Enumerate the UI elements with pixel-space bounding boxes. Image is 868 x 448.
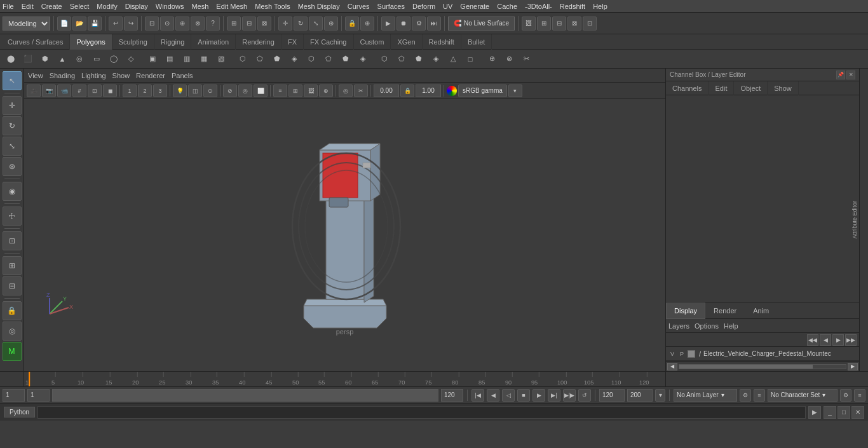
tab-curves-surfaces[interactable]: Curves / Surfaces [1,34,70,50]
vp-camera2-btn[interactable]: 📷 [42,85,56,97]
dra-tab-render[interactable]: Render [705,302,745,319]
vp-hotbox-btn[interactable]: ◎ [339,85,353,97]
rotate-tool-btn[interactable]: ↻ [3,116,22,135]
help-menu-item[interactable]: Help [724,322,738,330]
render-hist2-btn[interactable]: ⊞ [537,17,551,31]
minimize-btn[interactable]: _ [824,406,836,419]
vp-img-plane-btn[interactable]: 🖼 [304,85,318,97]
char-set-btn1[interactable]: ⚙ [840,389,851,402]
cb-tab-object[interactable]: Object [734,81,768,95]
play-fwd-btn[interactable]: ▶ [532,389,545,402]
menu-display[interactable]: Display [125,3,148,10]
dra-tab-anim[interactable]: Anim [745,302,777,319]
current-frame-field[interactable]: 1 [3,389,25,402]
play-back-btn[interactable]: ◁ [502,389,515,402]
prev-frame-btn[interactable]: ◀ [487,389,499,402]
vp-grid2-btn[interactable]: ⊞ [288,85,302,97]
snap-curve-btn[interactable]: ⊟ [242,17,256,31]
snap-point-btn[interactable]: ⊠ [257,17,271,31]
menu-select[interactable]: Select [70,3,90,10]
colorspace-select[interactable]: sRGB gamma [458,85,507,97]
universal-btn[interactable]: ⊛ [324,17,338,31]
cb-tab-show[interactable]: Show [768,81,799,95]
multi-btn[interactable]: ▧ [213,51,229,67]
max-frame-field[interactable]: 120 [599,389,625,402]
triangulate-btn[interactable]: △ [445,51,461,67]
cb-tab-channels[interactable]: Channels [666,81,709,95]
snap-grid-btn[interactable]: ⊞ [227,17,241,31]
render-hist4-btn[interactable]: ⊠ [567,17,581,31]
tab-animation[interactable]: Animation [191,34,236,50]
cone-btn[interactable]: ▲ [54,51,71,67]
fill-hole-btn[interactable]: ⬟ [269,51,285,67]
move-tool-btn[interactable]: ✛ [3,96,22,115]
connect-btn[interactable]: ⊗ [501,51,517,67]
lock-view-btn[interactable]: 🔒 [3,301,22,320]
bridge-btn[interactable]: ⬠ [252,51,268,67]
anim-layer-dropdown[interactable]: No Anim Layer ▾ [674,389,737,402]
menu-modify[interactable]: Modify [97,3,117,10]
go-start-btn[interactable]: |◀ [471,389,484,402]
range-start-field[interactable]: 1 [27,389,50,402]
face-btn[interactable]: ▣ [144,51,161,67]
snap-view-btn[interactable]: ◎ [3,322,22,341]
scroll-track[interactable] [679,364,846,369]
char-set-btn2[interactable]: ≡ [854,389,865,402]
menu-create[interactable]: Create [41,3,62,10]
layer-p-indicator[interactable]: P [679,351,685,357]
show-manip-btn[interactable]: ☩ [3,207,22,226]
menu-surfaces[interactable]: Surfaces [377,3,405,10]
vp-smooth2-btn[interactable]: 2 [138,85,152,97]
scene-area[interactable]: Y X Z persp [24,99,665,341]
anim-layer-btn2[interactable]: ≡ [754,389,765,402]
vp-menu-shading[interactable]: Shading [50,72,75,79]
vp-menu-view[interactable]: View [28,72,43,79]
close-btn[interactable]: ✕ [851,406,864,419]
menu-mesh[interactable]: Mesh [191,3,208,10]
cut-btn[interactable]: ✂ [518,51,534,67]
quick-layout-btn2[interactable]: ⊟ [3,276,22,295]
mirror-btn[interactable]: ⬡ [376,51,393,67]
open-scene-btn[interactable]: 📂 [72,17,86,31]
select-tool-btn[interactable]: ↖ [3,71,22,90]
rect-select-btn[interactable]: ⊡ [3,231,22,250]
scroll-left-btn[interactable]: ◀ [667,363,677,370]
range-end-field[interactable]: 120 [441,389,463,402]
vp-isolate-btn[interactable]: ◎ [238,85,252,97]
vp-menu-show[interactable]: Show [112,72,130,79]
platonic-btn[interactable]: ◇ [123,51,139,67]
smooth-btn[interactable]: ⬠ [393,51,410,67]
vp-smooth1-btn[interactable]: 1 [123,85,137,97]
layer-prev-btn[interactable]: ◀◀ [807,334,818,346]
vp-xray-btn[interactable]: ⊘ [223,85,237,97]
cylinder-btn[interactable]: ⬢ [37,51,53,67]
attribute-editor-sidebar[interactable]: Channel Box Attribute Editor [859,69,868,371]
vertex-btn[interactable]: ▥ [179,51,195,67]
redo-btn[interactable]: ↪ [124,17,138,31]
boolean-btn[interactable]: ⬠ [320,51,337,67]
panel-close-btn[interactable]: ✕ [846,71,855,79]
vp-sel-mask-btn[interactable]: ⊕ [319,85,333,97]
vp-smooth3-btn[interactable]: 3 [153,85,167,97]
exposure-value[interactable]: 1.00 [416,85,441,97]
magnet-btn[interactable]: ⊗ [191,17,205,31]
python-toggle[interactable]: Python [4,407,35,417]
vp-ao-btn[interactable]: ⊙ [203,85,217,97]
lasso-btn[interactable]: ⊙ [160,17,174,31]
menu-help[interactable]: Help [593,3,607,10]
exposure-lock-btn[interactable]: 🔒 [400,85,414,97]
paint-btn[interactable]: ⊕ [175,17,189,31]
menu-windows[interactable]: Windows [156,3,184,10]
menu-generate[interactable]: Generate [460,3,489,10]
layer-next2-btn[interactable]: ▶▶ [845,334,857,346]
timeline[interactable]: 1 5 10 15 20 25 30 35 40 45 50 [0,371,868,386]
vp-shadow-btn[interactable]: ◫ [188,85,202,97]
merge-btn[interactable]: ⬡ [303,51,320,67]
fps-field[interactable]: 200 [627,389,653,402]
char-set-dropdown[interactable]: No Character Set ▾ [768,389,837,402]
render-seq-btn[interactable]: ⏭ [427,17,441,31]
vp-clipping-btn[interactable]: ✂ [354,85,368,97]
panel-pin-btn[interactable]: 📌 [836,71,845,79]
layer-next-btn[interactable]: ▶ [832,334,844,346]
layer-prev2-btn[interactable]: ◀ [820,334,831,346]
